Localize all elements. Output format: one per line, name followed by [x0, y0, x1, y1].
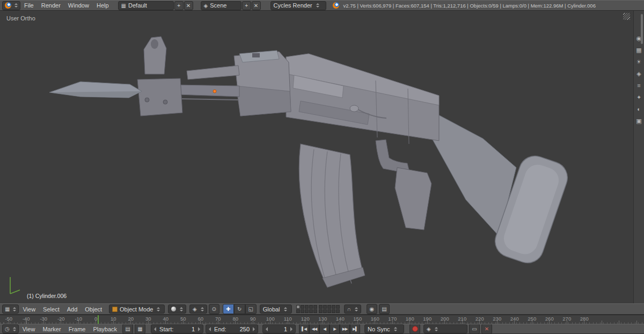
region-corner-grip[interactable]: [623, 13, 630, 20]
transform-orientation-selector[interactable]: Global: [260, 304, 292, 314]
menu-item[interactable]: Add: [63, 306, 82, 313]
properties-tab-icon[interactable]: ☀: [636, 59, 642, 65]
layer-toggle[interactable]: [332, 305, 335, 309]
layer-toggle[interactable]: [336, 305, 340, 309]
ruler-tick: -10: [70, 316, 87, 322]
opengl-render-anim-button[interactable]: ▤: [379, 304, 390, 314]
decrement-arrow[interactable]: [209, 327, 211, 331]
increment-arrow[interactable]: [253, 327, 255, 331]
menu-item[interactable]: Help: [93, 2, 113, 9]
layer-toggle[interactable]: [296, 309, 300, 313]
properties-tab-icon[interactable]: ◐: [637, 106, 641, 112]
screen-layout-selector[interactable]: ▦ Default: [118, 1, 174, 10]
scene-selector[interactable]: ◈ Scene: [201, 1, 241, 10]
snap-selector[interactable]: ∩: [344, 304, 361, 314]
manipulator-button[interactable]: ↻: [234, 304, 245, 314]
delete-keyframe-button[interactable]: ✕: [481, 324, 492, 334]
layer-toggle[interactable]: [332, 309, 335, 313]
properties-tab-icon[interactable]: ≡: [637, 83, 640, 89]
start-frame-field[interactable]: Start: 1: [151, 324, 203, 333]
viewport-shading-selector[interactable]: [168, 304, 186, 314]
blender-app-menu[interactable]: [2, 1, 20, 10]
layer-toggle[interactable]: [309, 305, 313, 309]
playback-button[interactable]: ▶: [330, 324, 340, 334]
menu-item[interactable]: View: [19, 326, 39, 332]
properties-tab-icon[interactable]: ▣: [636, 118, 641, 124]
3d-viewport[interactable]: User Ortho: [0, 11, 633, 303]
preview-range-button[interactable]: ▤: [122, 324, 133, 334]
playback-button[interactable]: ▶▶: [340, 324, 350, 334]
layer-toggle[interactable]: [319, 309, 323, 313]
add-scene-button[interactable]: +: [242, 1, 251, 10]
delete-layout-button[interactable]: ✕: [184, 1, 193, 10]
layer-toggle[interactable]: [301, 309, 304, 313]
properties-tab-icon[interactable]: ◈: [636, 71, 641, 77]
playback-button[interactable]: ▌◀: [299, 324, 309, 334]
frame-lock-button[interactable]: ▦: [135, 324, 145, 334]
sync-mode-selector[interactable]: No Sync: [364, 324, 404, 333]
delete-scene-button[interactable]: ✕: [252, 1, 261, 10]
render-engine-selector[interactable]: Cycles Render: [270, 1, 326, 10]
properties-panel-strip[interactable]: ◉▦☀◈≡✦◐▣: [633, 11, 644, 303]
ruler-tick: 160: [367, 316, 384, 322]
timeline-editor-selector[interactable]: ◷: [2, 324, 19, 333]
layer-toggle[interactable]: [305, 305, 309, 309]
manipulator-button[interactable]: ◱: [245, 304, 257, 314]
layer-toggle[interactable]: [309, 309, 313, 313]
insert-keyframe-button[interactable]: ▭: [469, 324, 480, 334]
layer-toggle[interactable]: [323, 309, 327, 313]
ruler-tick: 100: [262, 316, 280, 322]
menu-item[interactable]: File: [20, 2, 38, 9]
opengl-render-button[interactable]: ◉: [367, 304, 377, 314]
properties-tab-icon[interactable]: ▦: [636, 47, 641, 53]
menu-item[interactable]: View: [19, 306, 39, 313]
current-frame-field[interactable]: 1: [262, 324, 296, 333]
editor-type-selector[interactable]: ▦: [2, 304, 19, 314]
ruler-tick: 40: [157, 316, 175, 322]
pivot-point-selector[interactable]: ◈: [189, 304, 207, 314]
layer-toggle[interactable]: [327, 305, 331, 309]
playback-button[interactable]: ◀: [319, 324, 330, 334]
dropdown-arrows-icon: [201, 307, 204, 311]
layer-toggle[interactable]: [323, 305, 327, 309]
axis-gizmo: [4, 274, 23, 296]
ruler-tick: 70: [209, 316, 227, 322]
menu-item[interactable]: Playback: [89, 326, 121, 332]
pivot-center-toggle-button[interactable]: ⊙: [209, 304, 219, 314]
menu-item[interactable]: Select: [39, 306, 63, 313]
dropdown-arrows-icon: [316, 3, 319, 8]
decrement-arrow[interactable]: [266, 327, 268, 331]
menu-item[interactable]: Window: [64, 2, 93, 9]
layer-toggle[interactable]: [319, 305, 323, 309]
add-layout-button[interactable]: +: [174, 1, 184, 10]
layer-toggle[interactable]: [327, 309, 331, 313]
menu-item[interactable]: Object: [81, 306, 106, 313]
layer-toggle[interactable]: [301, 305, 304, 309]
bayonet-screw: [163, 100, 167, 104]
layer-toggle[interactable]: [305, 309, 309, 313]
increment-arrow[interactable]: [198, 327, 200, 331]
manipulator-button[interactable]: ✚: [223, 304, 234, 314]
current-frame-indicator[interactable]: [98, 315, 99, 324]
increment-arrow[interactable]: [290, 327, 292, 331]
layer-toggle[interactable]: [313, 305, 317, 309]
menu-item[interactable]: Frame: [65, 326, 90, 332]
menu-item[interactable]: Render: [38, 2, 64, 9]
decrement-arrow[interactable]: [154, 327, 156, 331]
end-frame-field[interactable]: End: 250: [206, 324, 258, 333]
menu-item[interactable]: Marker: [39, 326, 64, 332]
properties-tab-icon[interactable]: ✦: [636, 95, 641, 100]
screen-layout-icon: ▦: [121, 3, 126, 9]
info-header: FileRenderWindowHelp ▦ Default + ✕ ◈ Sce…: [0, 0, 644, 11]
record-button[interactable]: [409, 324, 420, 334]
gun-model-3d[interactable]: [0, 11, 633, 303]
playback-button[interactable]: ▶▌: [350, 324, 360, 334]
keying-set-selector[interactable]: ◈: [423, 324, 467, 333]
playback-button[interactable]: ◀◀: [309, 324, 319, 334]
mode-selector[interactable]: Object Mode: [109, 304, 165, 314]
properties-scrollbar[interactable]: [641, 14, 643, 44]
layer-toggle[interactable]: [313, 309, 317, 313]
layer-toggle[interactable]: [336, 309, 340, 313]
layer-toggle[interactable]: [296, 305, 300, 309]
ruler-tick: 220: [471, 316, 489, 322]
